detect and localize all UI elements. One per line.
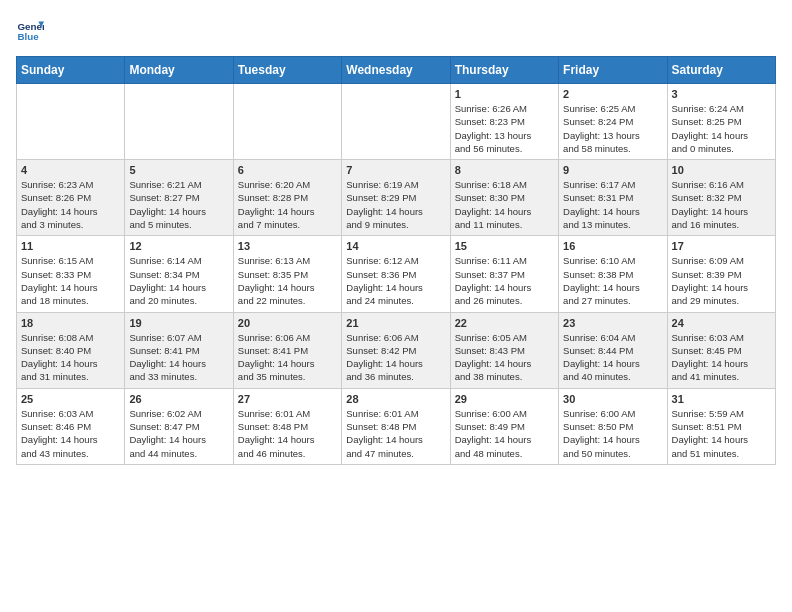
day-info: Sunrise: 6:03 AM Sunset: 8:46 PM Dayligh… xyxy=(21,407,120,460)
calendar-week-row: 4Sunrise: 6:23 AM Sunset: 8:26 PM Daylig… xyxy=(17,160,776,236)
calendar-week-row: 18Sunrise: 6:08 AM Sunset: 8:40 PM Dayli… xyxy=(17,312,776,388)
day-number: 26 xyxy=(129,393,228,405)
calendar-cell: 12Sunrise: 6:14 AM Sunset: 8:34 PM Dayli… xyxy=(125,236,233,312)
day-number: 16 xyxy=(563,240,662,252)
day-number: 29 xyxy=(455,393,554,405)
calendar-cell: 10Sunrise: 6:16 AM Sunset: 8:32 PM Dayli… xyxy=(667,160,775,236)
calendar-cell: 29Sunrise: 6:00 AM Sunset: 8:49 PM Dayli… xyxy=(450,388,558,464)
day-number: 21 xyxy=(346,317,445,329)
day-number: 18 xyxy=(21,317,120,329)
day-info: Sunrise: 6:11 AM Sunset: 8:37 PM Dayligh… xyxy=(455,254,554,307)
day-of-week-header: Saturday xyxy=(667,57,775,84)
logo: General Blue xyxy=(16,16,44,44)
day-number: 19 xyxy=(129,317,228,329)
calendar-cell: 6Sunrise: 6:20 AM Sunset: 8:28 PM Daylig… xyxy=(233,160,341,236)
calendar-cell: 24Sunrise: 6:03 AM Sunset: 8:45 PM Dayli… xyxy=(667,312,775,388)
day-number: 4 xyxy=(21,164,120,176)
day-info: Sunrise: 6:06 AM Sunset: 8:42 PM Dayligh… xyxy=(346,331,445,384)
calendar-cell xyxy=(342,84,450,160)
day-of-week-header: Thursday xyxy=(450,57,558,84)
day-of-week-header: Friday xyxy=(559,57,667,84)
calendar-cell: 27Sunrise: 6:01 AM Sunset: 8:48 PM Dayli… xyxy=(233,388,341,464)
calendar-cell: 21Sunrise: 6:06 AM Sunset: 8:42 PM Dayli… xyxy=(342,312,450,388)
day-info: Sunrise: 6:02 AM Sunset: 8:47 PM Dayligh… xyxy=(129,407,228,460)
day-info: Sunrise: 6:00 AM Sunset: 8:50 PM Dayligh… xyxy=(563,407,662,460)
day-info: Sunrise: 6:19 AM Sunset: 8:29 PM Dayligh… xyxy=(346,178,445,231)
day-number: 30 xyxy=(563,393,662,405)
day-info: Sunrise: 6:00 AM Sunset: 8:49 PM Dayligh… xyxy=(455,407,554,460)
svg-text:Blue: Blue xyxy=(17,31,39,42)
calendar-cell: 18Sunrise: 6:08 AM Sunset: 8:40 PM Dayli… xyxy=(17,312,125,388)
day-of-week-header: Monday xyxy=(125,57,233,84)
day-number: 31 xyxy=(672,393,771,405)
calendar-week-row: 25Sunrise: 6:03 AM Sunset: 8:46 PM Dayli… xyxy=(17,388,776,464)
calendar-cell: 16Sunrise: 6:10 AM Sunset: 8:38 PM Dayli… xyxy=(559,236,667,312)
calendar-week-row: 1Sunrise: 6:26 AM Sunset: 8:23 PM Daylig… xyxy=(17,84,776,160)
day-info: Sunrise: 6:03 AM Sunset: 8:45 PM Dayligh… xyxy=(672,331,771,384)
day-number: 27 xyxy=(238,393,337,405)
day-info: Sunrise: 6:25 AM Sunset: 8:24 PM Dayligh… xyxy=(563,102,662,155)
calendar-cell: 7Sunrise: 6:19 AM Sunset: 8:29 PM Daylig… xyxy=(342,160,450,236)
day-info: Sunrise: 6:09 AM Sunset: 8:39 PM Dayligh… xyxy=(672,254,771,307)
day-info: Sunrise: 6:20 AM Sunset: 8:28 PM Dayligh… xyxy=(238,178,337,231)
day-number: 3 xyxy=(672,88,771,100)
calendar-cell: 31Sunrise: 5:59 AM Sunset: 8:51 PM Dayli… xyxy=(667,388,775,464)
day-number: 15 xyxy=(455,240,554,252)
day-info: Sunrise: 6:24 AM Sunset: 8:25 PM Dayligh… xyxy=(672,102,771,155)
calendar-cell: 23Sunrise: 6:04 AM Sunset: 8:44 PM Dayli… xyxy=(559,312,667,388)
day-number: 8 xyxy=(455,164,554,176)
day-info: Sunrise: 6:07 AM Sunset: 8:41 PM Dayligh… xyxy=(129,331,228,384)
day-number: 17 xyxy=(672,240,771,252)
calendar-cell: 15Sunrise: 6:11 AM Sunset: 8:37 PM Dayli… xyxy=(450,236,558,312)
calendar-cell: 17Sunrise: 6:09 AM Sunset: 8:39 PM Dayli… xyxy=(667,236,775,312)
day-number: 6 xyxy=(238,164,337,176)
calendar-cell: 19Sunrise: 6:07 AM Sunset: 8:41 PM Dayli… xyxy=(125,312,233,388)
calendar-cell: 11Sunrise: 6:15 AM Sunset: 8:33 PM Dayli… xyxy=(17,236,125,312)
day-info: Sunrise: 6:17 AM Sunset: 8:31 PM Dayligh… xyxy=(563,178,662,231)
day-number: 11 xyxy=(21,240,120,252)
day-info: Sunrise: 6:21 AM Sunset: 8:27 PM Dayligh… xyxy=(129,178,228,231)
day-number: 25 xyxy=(21,393,120,405)
calendar-cell: 2Sunrise: 6:25 AM Sunset: 8:24 PM Daylig… xyxy=(559,84,667,160)
day-info: Sunrise: 6:13 AM Sunset: 8:35 PM Dayligh… xyxy=(238,254,337,307)
day-number: 22 xyxy=(455,317,554,329)
day-of-week-header: Wednesday xyxy=(342,57,450,84)
day-info: Sunrise: 6:01 AM Sunset: 8:48 PM Dayligh… xyxy=(346,407,445,460)
day-info: Sunrise: 6:15 AM Sunset: 8:33 PM Dayligh… xyxy=(21,254,120,307)
calendar-cell: 4Sunrise: 6:23 AM Sunset: 8:26 PM Daylig… xyxy=(17,160,125,236)
calendar-week-row: 11Sunrise: 6:15 AM Sunset: 8:33 PM Dayli… xyxy=(17,236,776,312)
day-info: Sunrise: 6:18 AM Sunset: 8:30 PM Dayligh… xyxy=(455,178,554,231)
calendar-cell: 30Sunrise: 6:00 AM Sunset: 8:50 PM Dayli… xyxy=(559,388,667,464)
day-number: 20 xyxy=(238,317,337,329)
day-number: 12 xyxy=(129,240,228,252)
calendar-cell: 22Sunrise: 6:05 AM Sunset: 8:43 PM Dayli… xyxy=(450,312,558,388)
calendar-cell: 8Sunrise: 6:18 AM Sunset: 8:30 PM Daylig… xyxy=(450,160,558,236)
day-info: Sunrise: 6:12 AM Sunset: 8:36 PM Dayligh… xyxy=(346,254,445,307)
calendar-header-row: SundayMondayTuesdayWednesdayThursdayFrid… xyxy=(17,57,776,84)
day-number: 13 xyxy=(238,240,337,252)
day-number: 5 xyxy=(129,164,228,176)
calendar-cell: 14Sunrise: 6:12 AM Sunset: 8:36 PM Dayli… xyxy=(342,236,450,312)
calendar-cell: 26Sunrise: 6:02 AM Sunset: 8:47 PM Dayli… xyxy=(125,388,233,464)
day-number: 2 xyxy=(563,88,662,100)
calendar-cell: 3Sunrise: 6:24 AM Sunset: 8:25 PM Daylig… xyxy=(667,84,775,160)
calendar-cell xyxy=(17,84,125,160)
logo-icon: General Blue xyxy=(16,16,44,44)
day-number: 10 xyxy=(672,164,771,176)
day-info: Sunrise: 6:10 AM Sunset: 8:38 PM Dayligh… xyxy=(563,254,662,307)
day-info: Sunrise: 6:05 AM Sunset: 8:43 PM Dayligh… xyxy=(455,331,554,384)
day-of-week-header: Tuesday xyxy=(233,57,341,84)
day-info: Sunrise: 6:26 AM Sunset: 8:23 PM Dayligh… xyxy=(455,102,554,155)
calendar-cell: 1Sunrise: 6:26 AM Sunset: 8:23 PM Daylig… xyxy=(450,84,558,160)
day-number: 14 xyxy=(346,240,445,252)
calendar-table: SundayMondayTuesdayWednesdayThursdayFrid… xyxy=(16,56,776,465)
calendar-cell xyxy=(233,84,341,160)
calendar-cell: 5Sunrise: 6:21 AM Sunset: 8:27 PM Daylig… xyxy=(125,160,233,236)
day-info: Sunrise: 6:04 AM Sunset: 8:44 PM Dayligh… xyxy=(563,331,662,384)
day-info: Sunrise: 6:08 AM Sunset: 8:40 PM Dayligh… xyxy=(21,331,120,384)
day-info: Sunrise: 6:23 AM Sunset: 8:26 PM Dayligh… xyxy=(21,178,120,231)
calendar-cell xyxy=(125,84,233,160)
calendar-cell: 9Sunrise: 6:17 AM Sunset: 8:31 PM Daylig… xyxy=(559,160,667,236)
calendar-cell: 25Sunrise: 6:03 AM Sunset: 8:46 PM Dayli… xyxy=(17,388,125,464)
day-info: Sunrise: 5:59 AM Sunset: 8:51 PM Dayligh… xyxy=(672,407,771,460)
